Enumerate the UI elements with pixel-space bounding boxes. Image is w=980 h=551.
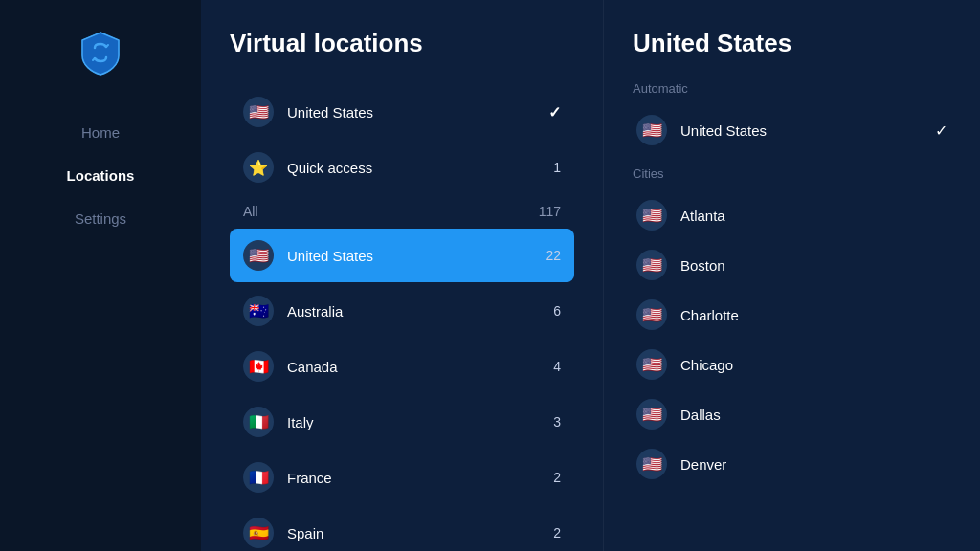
au-label: Australia bbox=[287, 303, 553, 320]
cities-label: Cities bbox=[633, 166, 951, 181]
list-item-chicago[interactable]: 🇺🇸 Chicago bbox=[633, 340, 951, 389]
list-item-france[interactable]: 🇫🇷 France 2 bbox=[230, 451, 574, 504]
right-panel-title: United States bbox=[633, 29, 951, 58]
chicago-flag-icon: 🇺🇸 bbox=[636, 349, 667, 380]
us-top-check: ✓ bbox=[548, 103, 561, 121]
us-flag-icon: 🇺🇸 bbox=[243, 97, 274, 127]
auto-us-label: United States bbox=[680, 122, 935, 139]
denver-label: Denver bbox=[680, 456, 947, 473]
sidebar-item-home[interactable]: Home bbox=[0, 115, 201, 150]
es-flag-icon: 🇪🇸 bbox=[243, 518, 274, 548]
all-row[interactable]: All 117 bbox=[230, 196, 574, 227]
quick-access-label: Quick access bbox=[287, 160, 553, 176]
list-item-canada[interactable]: 🇨🇦 Canada 4 bbox=[230, 340, 574, 393]
all-count: 117 bbox=[539, 204, 561, 219]
atlanta-flag-icon: 🇺🇸 bbox=[636, 200, 667, 231]
ca-label: Canada bbox=[287, 359, 553, 375]
top-location-list: 🇺🇸 United States ✓ ⭐ Quick access 1 bbox=[230, 85, 574, 194]
sidebar: Home Locations Settings bbox=[0, 0, 201, 551]
country-list: 🇺🇸 United States 22 🇦🇺 Australia 6 🇨🇦 Ca… bbox=[230, 229, 574, 551]
list-item-denver[interactable]: 🇺🇸 Denver bbox=[633, 439, 951, 489]
list-item-charlotte[interactable]: 🇺🇸 Charlotte bbox=[633, 290, 951, 340]
list-item-atlanta[interactable]: 🇺🇸 Atlanta bbox=[633, 190, 951, 240]
denver-flag-icon: 🇺🇸 bbox=[636, 449, 667, 479]
dallas-label: Dallas bbox=[680, 407, 947, 423]
it-label: Italy bbox=[287, 414, 553, 430]
ca-count: 4 bbox=[553, 359, 561, 374]
locations-panel: Virtual locations 🇺🇸 United States ✓ ⭐ Q… bbox=[201, 0, 603, 551]
fr-label: France bbox=[287, 470, 553, 486]
app-logo bbox=[77, 29, 124, 77]
cities-list: 🇺🇸 Atlanta 🇺🇸 Boston 🇺🇸 Charlotte 🇺🇸 Chi… bbox=[633, 190, 951, 489]
es-count: 2 bbox=[553, 525, 561, 540]
automatic-label: Automatic bbox=[633, 81, 951, 96]
auto-us-flag-icon: 🇺🇸 bbox=[636, 115, 667, 145]
charlotte-flag-icon: 🇺🇸 bbox=[636, 299, 667, 330]
ca-flag-icon: 🇨🇦 bbox=[243, 351, 274, 382]
fr-count: 2 bbox=[553, 470, 561, 485]
sidebar-item-settings[interactable]: Settings bbox=[0, 201, 201, 236]
list-item-italy[interactable]: 🇮🇹 Italy 3 bbox=[230, 395, 574, 449]
list-item-united-states[interactable]: 🇺🇸 United States 22 bbox=[230, 229, 574, 282]
atlanta-label: Atlanta bbox=[680, 208, 947, 224]
us-label: United States bbox=[287, 248, 546, 264]
it-count: 3 bbox=[553, 414, 561, 430]
au-flag-icon: 🇦🇺 bbox=[243, 296, 274, 326]
list-item-dallas[interactable]: 🇺🇸 Dallas bbox=[633, 389, 951, 439]
chicago-label: Chicago bbox=[680, 357, 947, 373]
sidebar-item-locations[interactable]: Locations bbox=[0, 158, 201, 193]
au-count: 6 bbox=[553, 303, 561, 319]
auto-us-check: ✓ bbox=[935, 121, 947, 140]
list-item-united-states-top[interactable]: 🇺🇸 United States ✓ bbox=[230, 85, 574, 139]
all-label: All bbox=[243, 204, 539, 219]
panel-title: Virtual locations bbox=[230, 29, 574, 58]
it-flag-icon: 🇮🇹 bbox=[243, 407, 274, 437]
list-item-australia[interactable]: 🇦🇺 Australia 6 bbox=[230, 284, 574, 338]
cities-section: Cities 🇺🇸 Atlanta 🇺🇸 Boston 🇺🇸 Charlotte… bbox=[633, 166, 951, 489]
automatic-list: 🇺🇸 United States ✓ bbox=[633, 105, 951, 155]
star-icon: ⭐ bbox=[243, 152, 274, 183]
dallas-flag-icon: 🇺🇸 bbox=[636, 399, 667, 430]
fr-flag-icon: 🇫🇷 bbox=[243, 462, 274, 493]
list-item-boston[interactable]: 🇺🇸 Boston bbox=[633, 240, 951, 290]
us-count: 22 bbox=[546, 248, 561, 263]
quick-access-count: 1 bbox=[553, 160, 561, 175]
list-item-automatic-us[interactable]: 🇺🇸 United States ✓ bbox=[633, 105, 951, 155]
right-panel: United States Automatic 🇺🇸 United States… bbox=[603, 0, 980, 551]
boston-flag-icon: 🇺🇸 bbox=[636, 250, 667, 280]
us-top-label: United States bbox=[287, 104, 548, 121]
automatic-section: Automatic 🇺🇸 United States ✓ bbox=[633, 81, 951, 155]
us-flag-icon: 🇺🇸 bbox=[243, 240, 274, 271]
list-item-quick-access[interactable]: ⭐ Quick access 1 bbox=[230, 141, 574, 194]
sidebar-navigation: Home Locations Settings bbox=[0, 115, 201, 236]
boston-label: Boston bbox=[680, 257, 947, 274]
list-item-spain[interactable]: 🇪🇸 Spain 2 bbox=[230, 506, 574, 551]
charlotte-label: Charlotte bbox=[680, 307, 947, 323]
es-label: Spain bbox=[287, 525, 553, 541]
